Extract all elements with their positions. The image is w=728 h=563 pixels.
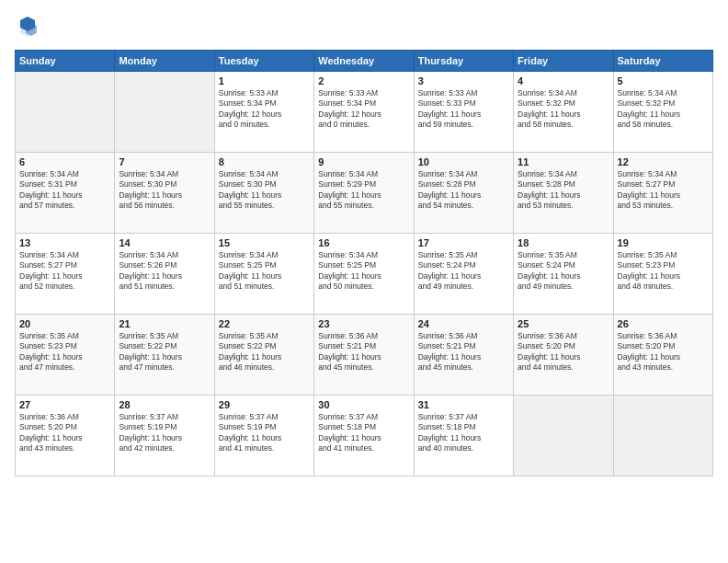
day-info: Sunrise: 5:35 AM Sunset: 5:23 PM Dayligh… <box>618 250 709 293</box>
calendar-cell: 18Sunrise: 5:35 AM Sunset: 5:24 PM Dayli… <box>514 234 613 315</box>
day-number: 2 <box>318 75 409 86</box>
weekday-header-saturday: Saturday <box>613 51 712 72</box>
logo <box>15 15 44 40</box>
day-number: 23 <box>318 318 409 329</box>
calendar-cell: 21Sunrise: 5:35 AM Sunset: 5:22 PM Dayli… <box>115 315 214 396</box>
day-number: 26 <box>618 318 709 329</box>
day-number: 17 <box>418 237 509 248</box>
day-info: Sunrise: 5:33 AM Sunset: 5:34 PM Dayligh… <box>318 88 409 131</box>
day-number: 3 <box>418 75 509 86</box>
weekday-header-tuesday: Tuesday <box>214 51 313 72</box>
calendar-table: SundayMondayTuesdayWednesdayThursdayFrid… <box>15 50 713 477</box>
week-row-4: 27Sunrise: 5:36 AM Sunset: 5:20 PM Dayli… <box>16 396 713 477</box>
day-number: 5 <box>618 75 709 86</box>
calendar-cell: 25Sunrise: 5:36 AM Sunset: 5:20 PM Dayli… <box>514 315 613 396</box>
calendar-cell: 29Sunrise: 5:37 AM Sunset: 5:19 PM Dayli… <box>214 396 313 477</box>
calendar-cell: 10Sunrise: 5:34 AM Sunset: 5:28 PM Dayli… <box>414 153 513 234</box>
calendar-cell: 14Sunrise: 5:34 AM Sunset: 5:26 PM Dayli… <box>115 234 214 315</box>
day-number: 29 <box>219 399 310 410</box>
day-number: 11 <box>518 156 609 167</box>
calendar-cell: 15Sunrise: 5:34 AM Sunset: 5:25 PM Dayli… <box>214 234 313 315</box>
day-number: 22 <box>219 318 310 329</box>
day-info: Sunrise: 5:36 AM Sunset: 5:21 PM Dayligh… <box>418 331 509 373</box>
day-info: Sunrise: 5:34 AM Sunset: 5:30 PM Dayligh… <box>119 169 210 212</box>
day-info: Sunrise: 5:35 AM Sunset: 5:24 PM Dayligh… <box>518 250 609 293</box>
day-number: 7 <box>119 156 210 167</box>
calendar-cell <box>514 396 613 477</box>
day-info: Sunrise: 5:34 AM Sunset: 5:31 PM Dayligh… <box>19 169 110 212</box>
calendar-cell: 9Sunrise: 5:34 AM Sunset: 5:29 PM Daylig… <box>314 153 414 234</box>
calendar-cell: 19Sunrise: 5:35 AM Sunset: 5:23 PM Dayli… <box>613 234 712 315</box>
calendar-cell: 22Sunrise: 5:35 AM Sunset: 5:22 PM Dayli… <box>214 315 313 396</box>
calendar-cell: 30Sunrise: 5:37 AM Sunset: 5:18 PM Dayli… <box>314 396 414 477</box>
day-info: Sunrise: 5:37 AM Sunset: 5:19 PM Dayligh… <box>119 412 210 454</box>
weekday-header-wednesday: Wednesday <box>314 51 414 72</box>
calendar-cell: 6Sunrise: 5:34 AM Sunset: 5:31 PM Daylig… <box>16 153 115 234</box>
day-info: Sunrise: 5:36 AM Sunset: 5:20 PM Dayligh… <box>518 331 609 373</box>
day-info: Sunrise: 5:34 AM Sunset: 5:32 PM Dayligh… <box>518 88 609 131</box>
week-row-2: 13Sunrise: 5:34 AM Sunset: 5:27 PM Dayli… <box>16 234 713 315</box>
day-number: 18 <box>518 237 609 248</box>
day-number: 14 <box>119 237 210 248</box>
weekday-header-monday: Monday <box>115 51 214 72</box>
day-info: Sunrise: 5:36 AM Sunset: 5:20 PM Dayligh… <box>618 331 709 373</box>
calendar-cell <box>613 396 712 477</box>
day-number: 24 <box>418 318 509 329</box>
calendar-cell <box>16 72 115 153</box>
logo-icon <box>15 15 40 40</box>
day-number: 28 <box>119 399 210 410</box>
calendar-cell: 13Sunrise: 5:34 AM Sunset: 5:27 PM Dayli… <box>16 234 115 315</box>
calendar-cell: 31Sunrise: 5:37 AM Sunset: 5:18 PM Dayli… <box>414 396 513 477</box>
calendar-cell: 26Sunrise: 5:36 AM Sunset: 5:20 PM Dayli… <box>613 315 712 396</box>
day-info: Sunrise: 5:34 AM Sunset: 5:27 PM Dayligh… <box>618 169 709 212</box>
day-info: Sunrise: 5:33 AM Sunset: 5:33 PM Dayligh… <box>418 88 509 131</box>
day-info: Sunrise: 5:34 AM Sunset: 5:25 PM Dayligh… <box>219 250 310 293</box>
day-info: Sunrise: 5:34 AM Sunset: 5:28 PM Dayligh… <box>418 169 509 212</box>
day-number: 12 <box>618 156 709 167</box>
day-info: Sunrise: 5:34 AM Sunset: 5:26 PM Dayligh… <box>119 250 210 293</box>
day-info: Sunrise: 5:37 AM Sunset: 5:19 PM Dayligh… <box>219 412 310 454</box>
calendar-cell: 20Sunrise: 5:35 AM Sunset: 5:23 PM Dayli… <box>16 315 115 396</box>
day-info: Sunrise: 5:37 AM Sunset: 5:18 PM Dayligh… <box>318 412 409 454</box>
day-number: 31 <box>418 399 509 410</box>
calendar-cell: 17Sunrise: 5:35 AM Sunset: 5:24 PM Dayli… <box>414 234 513 315</box>
calendar-cell: 27Sunrise: 5:36 AM Sunset: 5:20 PM Dayli… <box>16 396 115 477</box>
day-number: 20 <box>19 318 110 329</box>
day-info: Sunrise: 5:34 AM Sunset: 5:28 PM Dayligh… <box>518 169 609 212</box>
day-number: 6 <box>19 156 110 167</box>
day-info: Sunrise: 5:35 AM Sunset: 5:24 PM Dayligh… <box>418 250 509 293</box>
day-info: Sunrise: 5:37 AM Sunset: 5:18 PM Dayligh… <box>418 412 509 454</box>
calendar-cell: 24Sunrise: 5:36 AM Sunset: 5:21 PM Dayli… <box>414 315 513 396</box>
day-number: 21 <box>119 318 210 329</box>
weekday-header-friday: Friday <box>514 51 613 72</box>
day-info: Sunrise: 5:34 AM Sunset: 5:30 PM Dayligh… <box>219 169 310 212</box>
day-info: Sunrise: 5:36 AM Sunset: 5:20 PM Dayligh… <box>19 412 110 454</box>
day-info: Sunrise: 5:34 AM Sunset: 5:32 PM Dayligh… <box>618 88 709 131</box>
calendar-cell: 1Sunrise: 5:33 AM Sunset: 5:34 PM Daylig… <box>214 72 313 153</box>
calendar-cell: 4Sunrise: 5:34 AM Sunset: 5:32 PM Daylig… <box>514 72 613 153</box>
day-number: 1 <box>219 75 310 86</box>
calendar-cell: 2Sunrise: 5:33 AM Sunset: 5:34 PM Daylig… <box>314 72 414 153</box>
calendar-cell: 28Sunrise: 5:37 AM Sunset: 5:19 PM Dayli… <box>115 396 214 477</box>
calendar-cell: 8Sunrise: 5:34 AM Sunset: 5:30 PM Daylig… <box>214 153 313 234</box>
day-info: Sunrise: 5:36 AM Sunset: 5:21 PM Dayligh… <box>318 331 409 373</box>
calendar-cell: 12Sunrise: 5:34 AM Sunset: 5:27 PM Dayli… <box>613 153 712 234</box>
day-number: 19 <box>618 237 709 248</box>
day-number: 13 <box>19 237 110 248</box>
day-number: 16 <box>318 237 409 248</box>
calendar-cell: 7Sunrise: 5:34 AM Sunset: 5:30 PM Daylig… <box>115 153 214 234</box>
day-number: 25 <box>518 318 609 329</box>
day-info: Sunrise: 5:35 AM Sunset: 5:23 PM Dayligh… <box>19 331 110 373</box>
day-number: 27 <box>19 399 110 410</box>
calendar-body: 1Sunrise: 5:33 AM Sunset: 5:34 PM Daylig… <box>16 72 713 477</box>
day-info: Sunrise: 5:34 AM Sunset: 5:27 PM Dayligh… <box>19 250 110 293</box>
day-number: 10 <box>418 156 509 167</box>
day-number: 30 <box>318 399 409 410</box>
day-info: Sunrise: 5:35 AM Sunset: 5:22 PM Dayligh… <box>219 331 310 373</box>
weekday-header-thursday: Thursday <box>414 51 513 72</box>
page: SundayMondayTuesdayWednesdayThursdayFrid… <box>0 0 728 563</box>
day-info: Sunrise: 5:33 AM Sunset: 5:34 PM Dayligh… <box>219 88 310 131</box>
day-number: 4 <box>518 75 609 86</box>
day-number: 15 <box>219 237 310 248</box>
calendar-cell: 16Sunrise: 5:34 AM Sunset: 5:25 PM Dayli… <box>314 234 414 315</box>
